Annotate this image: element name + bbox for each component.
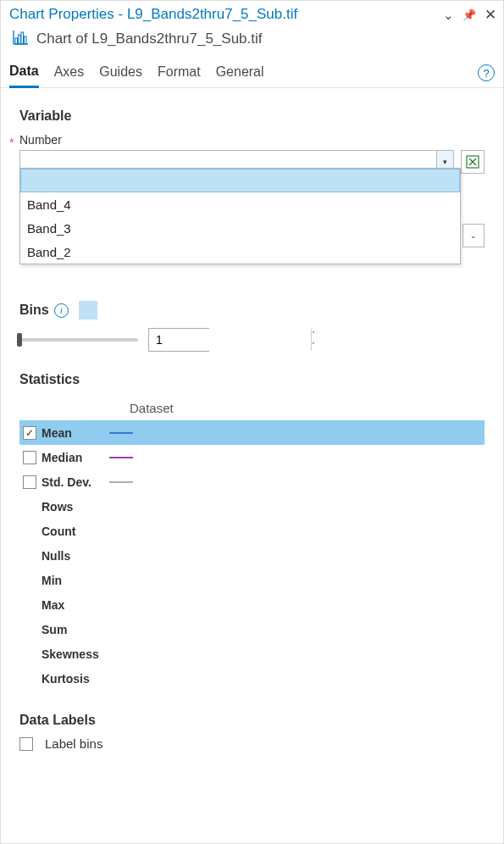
stat-row-max: Max: [19, 592, 485, 617]
spacer: [23, 623, 36, 636]
label-bins-text: Label bins: [45, 736, 102, 751]
spacer: [23, 672, 36, 686]
stat-row-median[interactable]: Median: [19, 445, 485, 469]
stat-label-count: Count: [42, 525, 109, 538]
stat-label-max: Max: [42, 598, 109, 612]
tab-guides[interactable]: Guides: [99, 64, 142, 86]
spinner-arrows: ˄ ˅: [311, 329, 315, 351]
spacer: [23, 500, 36, 514]
slider-thumb[interactable]: [17, 333, 22, 347]
stat-label-skewness: Skewness: [42, 647, 109, 661]
spacer: [23, 549, 36, 563]
svg-rect-2: [15, 38, 18, 44]
tab-format[interactable]: Format: [158, 64, 201, 86]
stat-row-stddev[interactable]: Std. Dev.: [19, 469, 485, 494]
bins-spinner[interactable]: ˄ ˅: [148, 328, 209, 352]
chart-subtitle: Chart of L9_Bands2thru7_5_Sub.tif: [36, 31, 263, 47]
window-title: Chart Properties - L9_Bands2thru7_5_Sub.…: [9, 6, 297, 23]
svg-rect-5: [25, 36, 27, 44]
median-checkbox[interactable]: [23, 451, 36, 464]
median-line-swatch: [109, 457, 133, 458]
svg-rect-3: [19, 35, 21, 44]
close-icon[interactable]: ✕: [485, 8, 496, 22]
data-labels-section: Data Labels Label bins: [19, 713, 485, 751]
stat-row-kurtosis: Kurtosis: [19, 666, 485, 691]
spacer: [23, 598, 36, 612]
collapse-icon[interactable]: ⌄: [443, 8, 454, 21]
dropdown-item-blank[interactable]: [20, 169, 460, 192]
data-labels-title: Data Labels: [19, 713, 485, 728]
subtitle-bar: Chart of L9_Bands2thru7_5_Sub.tif: [1, 25, 503, 57]
stat-label-nulls: Nulls: [42, 549, 109, 563]
pin-icon[interactable]: 📌: [462, 9, 476, 20]
label-bins-checkbox[interactable]: [19, 737, 33, 751]
number-field-label: * Number: [19, 133, 62, 147]
spacer: [23, 574, 36, 587]
stat-label-sum: Sum: [42, 623, 109, 636]
stddev-checkbox[interactable]: [23, 475, 36, 489]
stat-label-rows: Rows: [42, 500, 109, 514]
bins-spinner-input[interactable]: [149, 329, 311, 351]
required-asterisk: *: [9, 136, 14, 149]
spinner-up-icon[interactable]: ˄: [312, 329, 315, 340]
statistics-title: Statistics: [19, 372, 485, 387]
dropdown-item-band2[interactable]: Band_2: [20, 240, 460, 264]
dropdown-item-band4[interactable]: Band_4: [20, 192, 460, 216]
stat-row-skewness: Skewness: [19, 641, 485, 666]
tab-general[interactable]: General: [216, 64, 264, 86]
stat-label-mean: Mean: [42, 426, 109, 440]
clear-x-button[interactable]: [461, 150, 485, 174]
stat-row-count: Count: [19, 519, 485, 543]
number-label-text: Number: [19, 133, 62, 147]
tab-axes[interactable]: Axes: [54, 64, 85, 86]
stat-label-median: Median: [42, 451, 109, 464]
content-panel: Variable * Number ▾ Band_4 Band_3 Band_2…: [1, 88, 503, 759]
spinner-down-icon[interactable]: ˅: [312, 340, 315, 351]
stddev-line-swatch: [109, 481, 133, 483]
mean-line-swatch: [109, 432, 133, 434]
svg-rect-4: [21, 32, 24, 44]
titlebar: Chart Properties - L9_Bands2thru7_5_Sub.…: [1, 1, 503, 25]
tabs-bar: Data Axes Guides Format General ?: [1, 57, 503, 88]
variable-section-title: Variable: [19, 108, 485, 124]
bins-color-swatch[interactable]: [79, 301, 97, 319]
histogram-icon: [11, 28, 30, 50]
dropdown-item-band3[interactable]: Band_3: [20, 216, 460, 240]
bins-slider[interactable]: [19, 338, 138, 341]
bins-title: Bins: [19, 303, 49, 318]
stat-row-min: Min: [19, 568, 485, 592]
stat-row-nulls: Nulls: [19, 543, 485, 568]
stat-label-kurtosis: Kurtosis: [42, 672, 109, 686]
number-dropdown[interactable]: Band_4 Band_3 Band_2: [19, 168, 461, 264]
stat-label-stddev: Std. Dev.: [42, 475, 109, 489]
secondary-combo-arrow[interactable]: ⌄: [462, 224, 485, 247]
info-icon[interactable]: i: [54, 303, 69, 318]
stat-row-rows: Rows: [19, 494, 485, 519]
bins-section: Bins i ˄ ˅: [19, 301, 485, 352]
help-icon[interactable]: ?: [478, 64, 495, 81]
statistics-column-header: Dataset: [19, 396, 485, 420]
spacer: [23, 647, 36, 661]
stat-row-sum: Sum: [19, 617, 485, 641]
bins-header: Bins i: [19, 301, 485, 319]
stat-row-mean[interactable]: ✓ Mean: [19, 420, 485, 445]
mean-checkbox[interactable]: ✓: [23, 426, 36, 440]
label-bins-row: Label bins: [19, 736, 485, 751]
window-controls: ⌄ 📌 ✕: [443, 8, 496, 22]
stat-label-min: Min: [42, 574, 109, 587]
tab-data[interactable]: Data: [9, 64, 39, 88]
bins-slider-row: ˄ ˅: [19, 328, 485, 352]
spacer: [23, 525, 36, 538]
